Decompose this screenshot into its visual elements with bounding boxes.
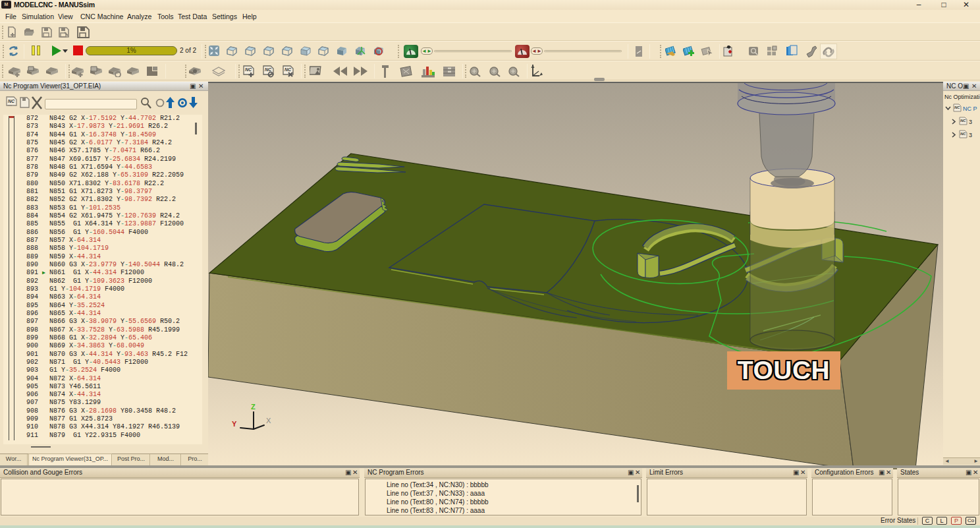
svg-text:NC: NC [265,67,272,72]
svg-text:NC: NC [285,67,292,72]
svg-text:NC: NC [8,99,15,103]
svg-text:NC: NC [245,67,252,72]
svg-text:X: X [266,417,271,425]
svg-text:NC: NC [960,132,966,136]
svg-text:Y: Y [232,420,237,428]
svg-text:NC: NC [960,119,966,123]
svg-text:NC: NC [954,105,960,109]
svg-text:Z: Z [251,403,256,411]
